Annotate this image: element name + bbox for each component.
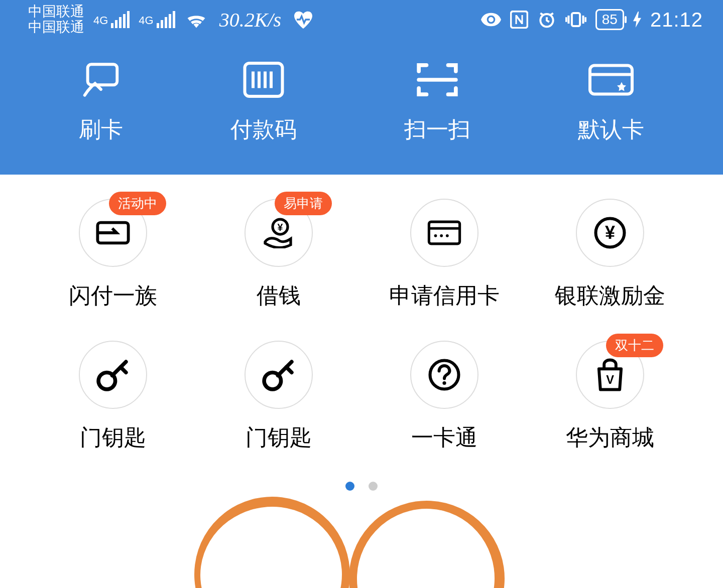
svg-rect-5 [590, 65, 632, 94]
swipe-card-icon [79, 60, 123, 100]
signal-type-1: 4G [93, 14, 108, 27]
barcode-icon [243, 60, 285, 100]
battery-indicator: 85 [595, 9, 624, 30]
grid-label: 闪付一族 [69, 281, 157, 311]
badge: 双十二 [606, 334, 663, 357]
grid-label: 门钥匙 [246, 423, 312, 453]
nfc-icon [510, 11, 528, 29]
grid-unionpay-reward[interactable]: ¥ 银联激励金 [527, 199, 693, 311]
grid-label: 银联激励金 [555, 281, 665, 311]
clock: 21:12 [650, 9, 703, 31]
scan-icon [416, 60, 459, 100]
grid-doorkey-2[interactable]: 门钥匙 [196, 341, 362, 453]
svg-point-14 [446, 234, 449, 237]
svg-line-19 [120, 367, 126, 373]
battery-level: 85 [602, 12, 618, 27]
signal-bars-icon [111, 11, 130, 28]
page-dot-1[interactable] [345, 482, 354, 491]
wifi-icon [185, 11, 207, 28]
key-icon [79, 341, 147, 409]
header-actions: 刷卡 付款码 扫一扫 默认卡 [0, 39, 723, 175]
grid-label: 申请信用卡 [389, 281, 500, 311]
network-speed: 30.2K/s [219, 8, 281, 32]
grid-label: 一卡通 [411, 423, 477, 453]
svg-rect-2 [572, 13, 580, 26]
page-indicator [0, 482, 723, 493]
svg-rect-10 [429, 222, 459, 244]
loan-icon: ¥ 易申请 [245, 199, 313, 267]
svg-line-22 [286, 367, 292, 373]
status-bar: 中国联通 中国联通 4G 4G 30.2K/s 85 21:12 [0, 0, 723, 39]
signal-bars-icon [157, 11, 175, 28]
svg-point-12 [434, 234, 437, 237]
quickpay-icon: 活动中 [79, 199, 147, 267]
svg-point-13 [440, 234, 443, 237]
carrier-2: 中国联通 [28, 20, 84, 35]
grid-vmall[interactable]: V 双十二 华为商城 [527, 341, 693, 453]
vibrate-icon [565, 11, 586, 28]
svg-text:¥: ¥ [605, 222, 615, 243]
page-dot-2[interactable] [369, 482, 378, 491]
status-right: 85 21:12 [481, 9, 703, 31]
grid-quickpay[interactable]: 活动中 闪付一族 [30, 199, 196, 311]
annotation-circle-1 [189, 492, 355, 588]
header-default-card[interactable]: 默认卡 [578, 60, 644, 144]
eye-icon [481, 13, 501, 27]
status-left: 中国联通 中国联通 4G 4G 30.2K/s [28, 4, 313, 35]
grid-doorkey-1[interactable]: 门钥匙 [30, 341, 196, 453]
annotation-circle-2 [345, 497, 509, 588]
header-scan[interactable]: 扫一扫 [404, 60, 470, 144]
header-label: 刷卡 [79, 115, 123, 144]
heart-rate-icon [293, 11, 313, 29]
svg-text:¥: ¥ [278, 222, 283, 233]
feature-grid: 活动中 闪付一族 ¥ 易申请 借钱 申请信用卡 ¥ 银联激励金 门钥匙 门钥匙 [0, 175, 723, 453]
default-card-icon [587, 60, 635, 100]
question-icon [410, 341, 478, 409]
header-label: 扫一扫 [404, 115, 470, 144]
carrier-1: 中国联通 [28, 4, 84, 20]
svg-text:V: V [606, 373, 614, 386]
creditcard-icon [410, 199, 478, 267]
grid-loan[interactable]: ¥ 易申请 借钱 [196, 199, 362, 311]
grid-label: 借钱 [257, 281, 301, 311]
badge: 活动中 [109, 192, 166, 215]
header-label: 付款码 [230, 115, 297, 144]
header-label: 默认卡 [578, 115, 644, 144]
grid-apply-credit[interactable]: 申请信用卡 [362, 199, 527, 311]
signal-type-2: 4G [139, 14, 153, 27]
signal-2: 4G [139, 11, 175, 28]
grid-label: 华为商城 [566, 423, 654, 453]
signal-1: 4G [93, 11, 130, 28]
header-paycode[interactable]: 付款码 [230, 60, 297, 144]
carrier-labels: 中国联通 中国联通 [28, 4, 84, 35]
charging-icon [633, 11, 641, 28]
svg-point-24 [442, 381, 446, 385]
svg-rect-3 [88, 64, 117, 85]
unionpay-icon: ¥ [576, 199, 644, 267]
vmall-icon: V 双十二 [576, 341, 644, 409]
header-swipe-card[interactable]: 刷卡 [79, 60, 123, 144]
grid-label: 门钥匙 [80, 423, 146, 453]
grid-onecard[interactable]: 一卡通 [362, 341, 527, 453]
key-icon [245, 341, 313, 409]
alarm-icon [537, 10, 556, 29]
badge: 易申请 [275, 192, 332, 215]
